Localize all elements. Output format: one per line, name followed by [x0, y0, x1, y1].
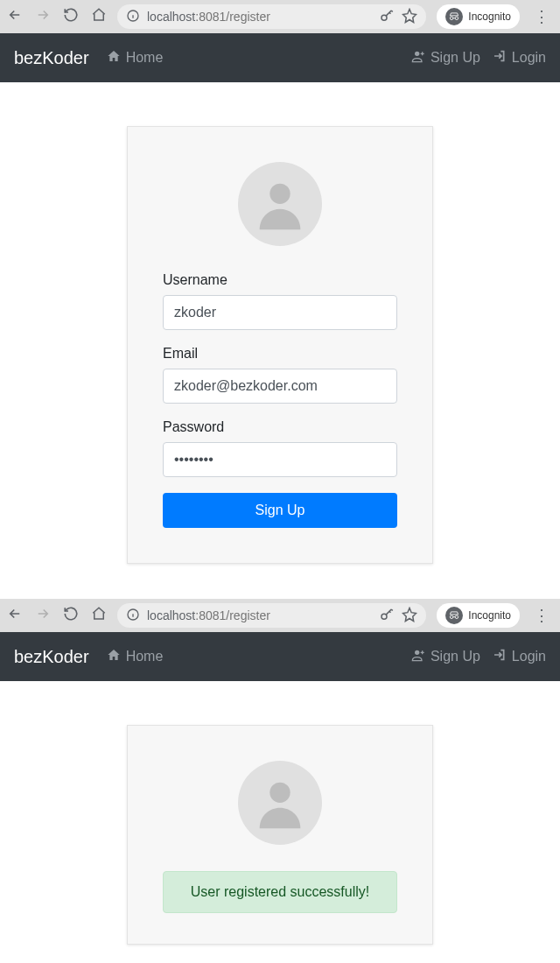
nav-login[interactable]: Login [493, 648, 546, 665]
browser-menu-icon[interactable]: ⋮ [530, 606, 553, 625]
house-icon [107, 648, 121, 665]
incognito-icon [445, 607, 463, 624]
back-icon[interactable] [7, 7, 23, 26]
nav-login-label: Login [512, 649, 546, 664]
register-card-success: User registered successfully! [127, 725, 433, 945]
url-path: :8081/register [195, 10, 270, 24]
nav-home-label: Home [126, 649, 164, 664]
back-icon[interactable] [7, 606, 23, 625]
app-navbar: bezKoder Home Sign Up Login [0, 33, 560, 82]
signup-button[interactable]: Sign Up [163, 493, 397, 528]
house-icon [107, 49, 121, 67]
password-label: Password [163, 419, 397, 435]
forward-icon[interactable] [35, 606, 51, 625]
incognito-icon [445, 8, 463, 25]
browser-toolbar: localhost:8081/register Incognito ⋮ [0, 599, 560, 632]
address-bar[interactable]: localhost:8081/register [117, 4, 426, 29]
nav-signup-label: Sign Up [430, 649, 480, 664]
password-field[interactable] [163, 442, 397, 477]
reload-icon[interactable] [63, 606, 79, 625]
user-plus-icon [411, 648, 425, 665]
username-label: Username [163, 272, 397, 288]
url-host: localhost [147, 608, 195, 622]
forward-icon[interactable] [35, 7, 51, 26]
address-bar[interactable]: localhost:8081/register [117, 603, 426, 628]
key-icon[interactable] [379, 8, 395, 26]
nav-login[interactable]: Login [493, 49, 546, 67]
browser-menu-icon[interactable]: ⋮ [530, 7, 553, 26]
login-icon [493, 49, 507, 67]
nav-home-label: Home [126, 50, 164, 66]
register-card: Username Email Password Sign Up [127, 126, 433, 564]
star-icon[interactable] [402, 8, 417, 26]
browser-toolbar: localhost:8081/register Incognito ⋮ [0, 0, 560, 33]
info-icon [126, 9, 140, 25]
svg-point-3 [270, 184, 290, 204]
nav-signup-label: Sign Up [430, 50, 480, 66]
brand[interactable]: bezKoder [14, 647, 89, 667]
incognito-label: Incognito [468, 609, 511, 622]
incognito-label: Incognito [468, 11, 511, 23]
url-host: localhost [147, 10, 195, 24]
nav-signup[interactable]: Sign Up [411, 49, 480, 67]
avatar [238, 162, 322, 246]
incognito-badge: Incognito [437, 4, 520, 29]
email-field[interactable] [163, 369, 397, 404]
nav-signup[interactable]: Sign Up [411, 648, 480, 665]
nav-home[interactable]: Home [107, 49, 164, 67]
key-icon[interactable] [379, 607, 395, 625]
reload-icon[interactable] [63, 7, 79, 26]
user-plus-icon [411, 49, 425, 67]
svg-point-2 [415, 52, 419, 56]
home-icon[interactable] [91, 606, 107, 625]
home-icon[interactable] [91, 7, 107, 26]
star-icon[interactable] [402, 607, 417, 625]
incognito-badge: Incognito [437, 603, 520, 628]
avatar [238, 761, 322, 845]
svg-point-6 [415, 650, 419, 655]
info-icon [126, 608, 140, 624]
url-path: :8081/register [195, 608, 270, 622]
email-label: Email [163, 346, 397, 362]
nav-login-label: Login [512, 50, 546, 66]
nav-home[interactable]: Home [107, 648, 164, 665]
app-navbar: bezKoder Home Sign Up Login [0, 632, 560, 681]
username-field[interactable] [163, 295, 397, 330]
login-icon [493, 648, 507, 665]
svg-point-7 [270, 783, 290, 803]
success-alert: User registered successfully! [163, 871, 397, 913]
brand[interactable]: bezKoder [14, 48, 89, 68]
